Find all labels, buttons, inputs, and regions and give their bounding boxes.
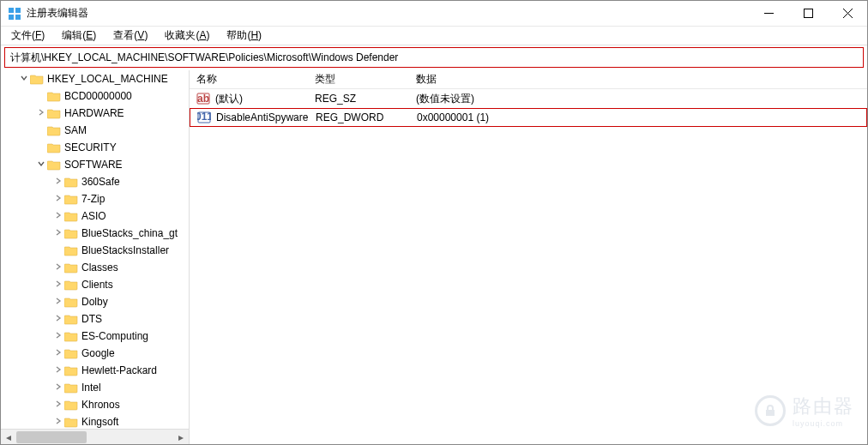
folder-icon [47,141,61,153]
tree-item-label: SECURITY [64,141,117,153]
scroll-thumb[interactable] [16,431,87,443]
expand-icon[interactable] [52,262,64,273]
minimize-button[interactable] [749,1,788,27]
tree-view[interactable]: HKEY_LOCAL_MACHINEBCD00000000HARDWARESAM… [1,70,189,429]
folder-icon [30,73,44,85]
folder-icon [47,90,61,102]
expand-icon[interactable] [18,74,30,84]
address-bar[interactable]: 计算机\HKEY_LOCAL_MACHINE\SOFTWARE\Policies… [4,47,864,68]
tree-item[interactable]: 360Safe [1,173,189,190]
tree-item[interactable]: SAM [1,122,189,139]
expand-icon[interactable] [52,177,64,187]
tree-item[interactable]: Clients [1,276,189,293]
expand-icon[interactable] [52,211,64,221]
cell-name: ab(默认) [190,92,308,106]
cell-data: 0x00000001 (1) [410,111,866,123]
tree-item[interactable]: HARDWARE [1,105,189,122]
expand-icon[interactable] [52,348,64,358]
svg-rect-2 [9,15,14,20]
column-type[interactable]: 类型 [308,72,409,87]
tree-item[interactable]: HKEY_LOCAL_MACHINE [1,70,189,87]
tree-item-label: 360Safe [81,176,120,188]
tree-item-label: HKEY_LOCAL_MACHINE [47,73,168,85]
folder-icon [64,262,78,274]
tree-item[interactable]: BlueStacks_china_gt [1,225,189,242]
folder-icon [47,124,61,136]
tree-item[interactable]: Intel [1,379,189,396]
list-row[interactable]: ab(默认)REG_SZ(数值未设置) [190,89,867,108]
tree-item[interactable]: BCD00000000 [1,87,189,105]
list-pane: 名称 类型 数据 ab(默认)REG_SZ(数值未设置)011DisableAn… [190,70,867,444]
tree-item-label: Kingsoft [81,416,118,428]
tree-item[interactable]: SOFTWARE [1,156,189,173]
menu-file[interactable]: 文件(F) [4,27,51,45]
menu-favorites[interactable]: 收藏夹(A) [158,27,216,45]
tree-item-label: BlueStacks_china_gt [81,227,178,239]
folder-icon [64,244,78,256]
tree-item[interactable]: 7-Zip [1,190,189,207]
menu-help[interactable]: 帮助(H) [220,27,268,45]
expand-icon[interactable] [52,314,64,324]
tree-item-label: SOFTWARE [64,159,123,171]
tree-item[interactable]: ES-Computing [1,328,189,345]
tree-item[interactable]: Dolby [1,293,189,310]
folder-icon [64,279,78,291]
scroll-track[interactable] [16,430,173,444]
folder-icon [64,313,78,325]
tree-item[interactable]: Khronos [1,396,189,413]
folder-icon [64,227,78,239]
tree-item[interactable]: DTS [1,310,189,328]
column-data[interactable]: 数据 [409,72,867,87]
expand-icon[interactable] [35,108,47,118]
value-name: DisableAntiSpyware [216,111,308,123]
tree-item-label: Hewlett-Packard [81,364,157,376]
expand-icon[interactable] [52,365,64,376]
tree-hscrollbar[interactable]: ◂ ▸ [1,429,189,444]
tree-item-label: Khronos [81,399,120,411]
expand-icon[interactable] [52,400,64,410]
tree-item[interactable]: Classes [1,259,189,276]
menubar: 文件(F) 编辑(E) 查看(V) 收藏夹(A) 帮助(H) [1,27,867,45]
folder-icon [64,296,78,308]
value-name: (默认) [215,92,243,106]
folder-icon [64,210,78,222]
watermark-sub: luyouqi.com [793,419,854,428]
main-area: HKEY_LOCAL_MACHINEBCD00000000HARDWARESAM… [1,70,867,444]
tree-item[interactable]: Google [1,345,189,362]
svg-rect-5 [804,9,812,18]
close-button[interactable] [828,1,867,27]
folder-icon [64,382,78,394]
expand-icon[interactable] [52,417,64,427]
expand-icon[interactable] [52,331,64,341]
tree-item-label: Dolby [81,296,108,308]
window-title: 注册表编辑器 [27,6,88,21]
column-name[interactable]: 名称 [190,72,308,87]
svg-text:ab: ab [197,93,209,105]
menu-edit[interactable]: 编辑(E) [55,27,103,45]
tree-item[interactable]: Kingsoft [1,413,189,429]
tree-item-label: 7-Zip [81,193,105,205]
expand-icon[interactable] [52,382,64,393]
tree-item-label: Clients [81,279,113,291]
expand-icon[interactable] [35,159,47,170]
folder-icon [64,347,78,359]
tree-item[interactable]: SECURITY [1,139,189,156]
tree-item[interactable]: Hewlett-Packard [1,362,189,379]
scroll-right-icon[interactable]: ▸ [173,430,189,444]
tree-item[interactable]: BlueStacksInstaller [1,242,189,259]
cell-name: 011DisableAntiSpyware [190,111,309,124]
list-row[interactable]: 011DisableAntiSpywareREG_DWORD0x00000001… [190,108,867,127]
folder-icon [64,176,78,188]
expand-icon[interactable] [52,194,64,204]
folder-icon [64,193,78,205]
tree-item[interactable]: ASIO [1,207,189,225]
maximize-button[interactable] [788,1,828,27]
value-icon: 011 [197,111,211,124]
scroll-left-icon[interactable]: ◂ [1,430,16,444]
list-body[interactable]: ab(默认)REG_SZ(数值未设置)011DisableAntiSpyware… [190,89,867,444]
expand-icon[interactable] [52,228,64,238]
expand-icon[interactable] [52,280,64,290]
menu-view[interactable]: 查看(V) [106,27,154,45]
window: 注册表编辑器 文件(F) 编辑(E) 查看(V) 收藏夹(A) 帮助(H) 计算… [0,0,868,445]
expand-icon[interactable] [52,297,64,307]
